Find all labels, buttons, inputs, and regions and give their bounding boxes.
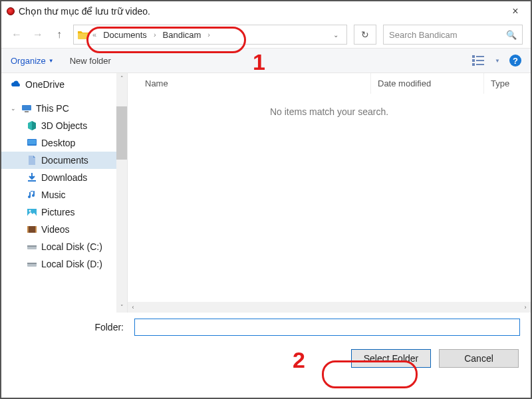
tree-scroll-down[interactable]: ˅ bbox=[116, 302, 127, 313]
up-button[interactable]: ↑ bbox=[52, 27, 66, 42]
address-dropdown-icon[interactable]: ⌄ bbox=[329, 31, 342, 39]
search-icon: 🔍 bbox=[506, 30, 517, 40]
body-split: OneDrive ⌄ This PC 3D Objects Desktop Do… bbox=[1, 73, 531, 313]
desktop-icon bbox=[27, 138, 37, 148]
caret-down-icon[interactable]: ▼ bbox=[495, 58, 500, 64]
tree-disk-c[interactable]: Local Disk (C:) bbox=[1, 238, 127, 255]
svg-rect-4 bbox=[28, 180, 36, 182]
tree-downloads[interactable]: Downloads bbox=[1, 169, 127, 186]
cube-icon bbox=[27, 120, 37, 131]
videos-icon bbox=[27, 224, 37, 235]
svg-rect-9 bbox=[35, 226, 37, 233]
tree-videos[interactable]: Videos bbox=[1, 221, 127, 238]
svg-point-6 bbox=[29, 210, 31, 212]
window-title: Chọn thư mục để lưu trữ video. bbox=[19, 6, 150, 17]
download-icon bbox=[27, 172, 37, 183]
toolbar: Organize ▼ New folder ▼ ? bbox=[1, 48, 531, 73]
folder-row: Folder: bbox=[1, 313, 531, 342]
tree-label: This PC bbox=[36, 103, 69, 114]
refresh-button[interactable]: ↻ bbox=[354, 25, 376, 45]
folder-icon bbox=[78, 30, 88, 39]
breadcrumb-documents[interactable]: Documents bbox=[100, 29, 150, 41]
titlebar: Chọn thư mục để lưu trữ video. × bbox=[1, 1, 531, 21]
tree-label: Desktop bbox=[41, 138, 75, 148]
organize-label: Organize bbox=[11, 56, 46, 66]
col-type[interactable]: Type bbox=[484, 73, 531, 94]
cloud-icon bbox=[11, 79, 21, 90]
col-date[interactable]: Date modified bbox=[371, 73, 484, 94]
drive-icon bbox=[27, 241, 37, 252]
svg-rect-7 bbox=[27, 226, 37, 233]
tree-scroll-up[interactable]: ˄ bbox=[116, 73, 127, 84]
col-name[interactable]: Name bbox=[128, 73, 371, 94]
column-headers: Name Date modified Type bbox=[128, 73, 531, 94]
document-icon bbox=[27, 155, 37, 166]
breadcrumb-bandicam[interactable]: Bandicam bbox=[160, 29, 204, 41]
svg-rect-3 bbox=[28, 140, 36, 144]
file-list: Name Date modified Type No items match y… bbox=[128, 73, 531, 313]
scroll-right-icon[interactable]: › bbox=[520, 304, 531, 311]
search-input[interactable]: Search Bandicam 🔍 bbox=[383, 25, 523, 45]
folder-label: Folder: bbox=[1, 322, 128, 332]
back-button[interactable]: ← bbox=[9, 27, 24, 42]
scroll-left-icon[interactable]: ‹ bbox=[128, 304, 138, 311]
tree-label: Documents bbox=[41, 155, 88, 166]
svg-rect-11 bbox=[27, 245, 37, 247]
tree-label: Videos bbox=[41, 224, 70, 235]
tree-documents[interactable]: Documents bbox=[1, 152, 127, 169]
address-bar[interactable]: « Documents › Bandicam › ⌄ bbox=[73, 25, 347, 45]
chevron-right-icon: › bbox=[154, 31, 156, 39]
chevron-right-icon: › bbox=[207, 31, 210, 39]
nav-tree: OneDrive ⌄ This PC 3D Objects Desktop Do… bbox=[1, 73, 128, 313]
address-row: ← → ↑ « Documents › Bandicam › ⌄ ↻ Searc… bbox=[1, 21, 531, 48]
tree-music[interactable]: Music bbox=[1, 186, 127, 203]
music-icon bbox=[27, 190, 37, 200]
pc-icon bbox=[21, 103, 32, 114]
tree-label: Pictures bbox=[41, 207, 75, 217]
button-row: Select Folder Cancel bbox=[1, 342, 531, 375]
caret-right-icon: ⌄ bbox=[11, 105, 16, 112]
folder-input[interactable] bbox=[134, 319, 520, 336]
tree-desktop[interactable]: Desktop bbox=[1, 134, 127, 152]
search-placeholder: Search Bandicam bbox=[389, 30, 458, 40]
tree-onedrive[interactable]: OneDrive bbox=[1, 76, 127, 93]
pictures-icon bbox=[27, 207, 37, 217]
tree-label: Local Disk (D:) bbox=[41, 259, 102, 269]
tree-label: Downloads bbox=[41, 172, 87, 183]
tree-label: Local Disk (C:) bbox=[41, 241, 102, 252]
svg-rect-8 bbox=[27, 226, 29, 233]
tree-scroll-thumb[interactable] bbox=[116, 106, 127, 160]
record-icon bbox=[7, 7, 15, 15]
tree-label: Music bbox=[41, 190, 66, 200]
svg-rect-13 bbox=[27, 263, 37, 264]
tree-3dobjects[interactable]: 3D Objects bbox=[1, 117, 127, 134]
close-icon[interactable]: × bbox=[505, 5, 525, 17]
cancel-button[interactable]: Cancel bbox=[439, 349, 519, 368]
help-icon[interactable]: ? bbox=[509, 55, 521, 66]
content-hscrollbar[interactable]: ‹ › bbox=[128, 302, 531, 313]
select-folder-button[interactable]: Select Folder bbox=[351, 349, 431, 368]
tree-label: OneDrive bbox=[25, 79, 65, 90]
svg-rect-0 bbox=[22, 105, 31, 110]
tree-pictures[interactable]: Pictures bbox=[1, 203, 127, 221]
tree-disk-d[interactable]: Local Disk (D:) bbox=[1, 255, 127, 273]
view-options-button[interactable] bbox=[472, 55, 485, 66]
new-folder-button[interactable]: New folder bbox=[70, 56, 111, 66]
empty-message: No items match your search. bbox=[128, 106, 531, 117]
svg-rect-1 bbox=[25, 111, 29, 112]
tree-label: 3D Objects bbox=[41, 120, 87, 131]
breadcrumb-ellipsis[interactable]: « bbox=[92, 31, 96, 39]
caret-down-icon: ▼ bbox=[49, 58, 54, 64]
organize-menu[interactable]: Organize ▼ bbox=[11, 56, 54, 66]
forward-button[interactable]: → bbox=[31, 27, 45, 42]
tree-thispc[interactable]: ⌄ This PC bbox=[1, 100, 127, 117]
drive-icon bbox=[27, 259, 37, 269]
